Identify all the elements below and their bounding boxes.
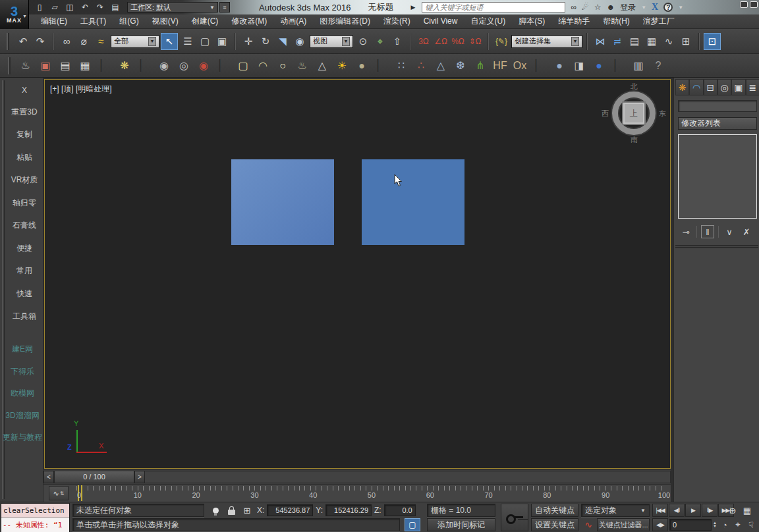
modifier-list-dropdown[interactable]: 修改器列表 — [678, 117, 757, 130]
go-start-button[interactable]: |◀◀ — [652, 504, 668, 517]
listener-macro-line[interactable]: clearSelection — [1, 504, 69, 518]
menu-item[interactable]: 工具(T) — [74, 14, 113, 28]
render-presets-icon[interactable]: ▦ — [76, 57, 94, 74]
sidebar-button[interactable]: 复制 — [16, 129, 32, 140]
workspace-switcher[interactable]: 工作区: 默认▼ ≡ — [127, 2, 230, 13]
reference-coordinate-dropdown[interactable]: 视图▼ — [310, 35, 353, 48]
tab-create[interactable]: ❋ — [675, 79, 689, 95]
menu-item[interactable]: Civil View — [417, 14, 464, 28]
viewcube-west[interactable]: 西 — [602, 109, 609, 119]
select-place-icon[interactable]: ◉ — [291, 33, 308, 50]
current-frame-field[interactable]: 0 — [669, 519, 712, 531]
manipulate-icon[interactable]: ⌖ — [372, 33, 389, 50]
next-frame-arrow[interactable]: > — [134, 471, 145, 483]
prompt-bulb-icon[interactable] — [208, 504, 223, 517]
plane-light-icon[interactable]: ▢ — [235, 57, 252, 74]
pan-hand-icon[interactable]: ☟ — [745, 518, 758, 531]
separator[interactable]: ▏ — [96, 57, 113, 74]
user-icon[interactable]: ☻ — [607, 3, 615, 12]
redo-icon[interactable]: ↷ — [32, 33, 49, 50]
select-object-icon[interactable]: ↖ — [161, 33, 178, 50]
sidebar-button[interactable]: 便捷 — [16, 243, 32, 254]
selection-filter-dropdown[interactable]: 全部▼ — [111, 35, 159, 48]
toolbar-grip[interactable] — [7, 33, 9, 50]
close-button[interactable] — [750, 1, 758, 8]
time-slider-handle[interactable]: 0 / 100 — [54, 471, 134, 483]
sidebar-button[interactable]: 快速 — [16, 288, 32, 300]
ornatrix-icon[interactable]: Ox — [511, 57, 528, 74]
viewcube-south[interactable]: 南 — [631, 135, 638, 145]
project-folder-icon[interactable]: ▤ — [109, 1, 122, 13]
sign-in-label[interactable]: 登录 — [620, 2, 636, 13]
sun-icon[interactable]: ☀ — [333, 57, 351, 74]
plane-object-right[interactable] — [362, 159, 464, 245]
pivot-center-icon[interactable]: ⊙ — [354, 33, 372, 50]
add-time-tag-button[interactable]: 添加时间标记 — [427, 518, 495, 531]
curve-editor-icon[interactable]: ∿ — [660, 33, 677, 50]
menu-item[interactable]: 脚本(S) — [512, 14, 551, 28]
angle-snap-icon[interactable]: ∠Ω — [432, 33, 449, 50]
plane-helper-icon[interactable]: △ — [432, 57, 449, 74]
viewport-top[interactable]: [+] [顶] [明暗处理] 上 北 南 西 东 Y X Z — [44, 79, 671, 469]
set-keys-button[interactable] — [501, 504, 528, 531]
separator[interactable]: ▏ — [136, 57, 153, 74]
menu-item[interactable]: 图形编辑器(D) — [313, 14, 377, 28]
pin-stack-button[interactable]: ⊸ — [679, 225, 692, 238]
menu-item[interactable]: 渲染(R) — [377, 14, 417, 28]
y-coordinate-field[interactable]: 152416.29 — [325, 504, 372, 516]
separator[interactable]: ▏ — [215, 57, 232, 74]
render-frame-window-icon[interactable]: ⊡ — [704, 33, 721, 50]
rock-icon[interactable]: ❆ — [452, 57, 469, 74]
viewcube-east[interactable]: 东 — [659, 109, 666, 119]
prev-frame-button[interactable]: ◀‖ — [669, 504, 685, 517]
script-doc-icon[interactable]: ▥ — [630, 57, 647, 74]
sidebar-button[interactable]: 石膏线 — [13, 220, 36, 231]
key-filters-button[interactable]: 关键点过滤器... — [597, 518, 650, 531]
select-by-name-icon[interactable]: ☰ — [179, 33, 196, 50]
remove-modifier-button[interactable]: ✗ — [740, 225, 753, 238]
plane-object-left[interactable] — [231, 159, 334, 245]
grid-array-icon[interactable]: ∷ — [393, 57, 410, 74]
spinner-snap-icon[interactable]: ⇕Ω — [466, 33, 484, 50]
set-key-button[interactable]: 设置关键点 — [531, 518, 578, 531]
sidebar-link[interactable]: 欧模网 — [11, 388, 34, 399]
scale-icon[interactable]: ◥ — [274, 33, 291, 50]
toolbar-help-icon[interactable]: ? — [650, 57, 667, 74]
make-unique-button[interactable]: ∨ — [723, 225, 736, 238]
sidebar-button[interactable]: 重置3D — [11, 107, 37, 118]
ribbon-icon[interactable]: ▦ — [643, 33, 660, 50]
sky-icon[interactable]: ● — [353, 57, 370, 74]
material-picker-icon[interactable]: ◨ — [571, 57, 588, 74]
mirror-icon[interactable]: ⋈ — [592, 33, 609, 50]
rotate-icon[interactable]: ↻ — [257, 33, 274, 50]
frame-spinner[interactable]: ▲▼ — [713, 521, 717, 528]
render-setup-icon[interactable]: ▤ — [57, 57, 74, 74]
undo-small-icon[interactable]: ↶ — [78, 1, 92, 13]
sphere-light-icon[interactable]: ○ — [274, 57, 291, 74]
menu-item[interactable]: 帮助(H) — [596, 14, 636, 28]
menu-item[interactable]: 视图(V) — [146, 14, 185, 28]
isolate-selection-toggle[interactable]: ▢ — [405, 518, 420, 531]
viewcube-north[interactable]: 北 — [631, 82, 638, 92]
sidebar-button[interactable]: 工具箱 — [13, 311, 36, 322]
chevron-down-icon[interactable]: ▼ — [641, 5, 646, 11]
time-config-icon[interactable]: ◔ — [718, 518, 731, 531]
move-icon[interactable]: ✛ — [240, 33, 257, 50]
play-button[interactable]: ▶ — [685, 504, 701, 517]
molecule-icon[interactable]: ∴ — [412, 57, 430, 74]
prev-frame-arrow[interactable]: < — [43, 471, 54, 483]
rect-region-icon[interactable]: ▢ — [196, 33, 213, 50]
zoom-all-icon[interactable]: ▦ — [741, 504, 754, 517]
menu-item[interactable]: 渲梦工厂 — [636, 14, 681, 28]
dome-light-icon[interactable]: ◠ — [254, 57, 271, 74]
menu-item[interactable]: 修改器(M) — [225, 14, 273, 28]
tab-modify[interactable]: ◠ — [689, 79, 703, 95]
subscription-icon[interactable]: ☄ — [582, 3, 589, 12]
bind-spacewarp-icon[interactable]: ≈ — [92, 33, 109, 50]
video-camera-icon[interactable]: ◉ — [195, 57, 212, 74]
named-selection-sets-dropdown[interactable]: 创建选择集▼ — [511, 35, 582, 48]
menu-item[interactable]: 组(G) — [113, 14, 145, 28]
render-teapot-icon[interactable]: ♨ — [17, 57, 34, 74]
separator[interactable]: ▏ — [610, 57, 627, 74]
sidebar-button[interactable]: 常用 — [16, 265, 32, 277]
